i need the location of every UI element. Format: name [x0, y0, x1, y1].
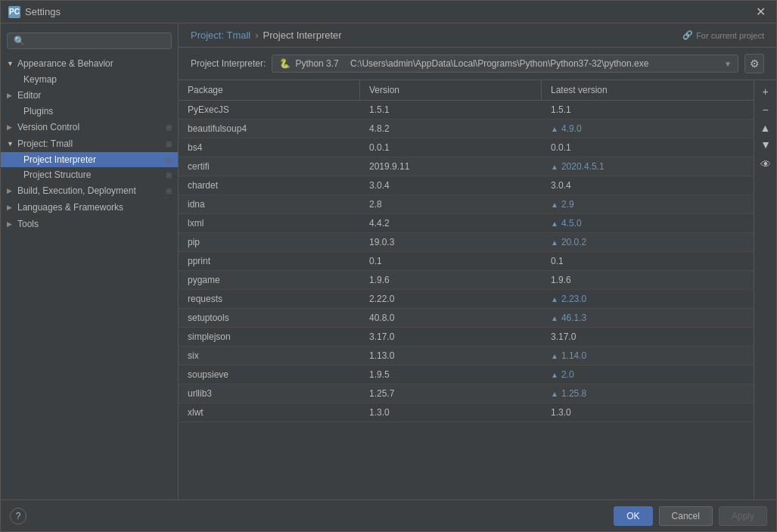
- arrow-icon: ▶: [7, 220, 14, 228]
- td-latest: ▲46.1.3: [542, 309, 754, 327]
- td-latest: 1.9.6: [542, 271, 754, 289]
- bottom-bar: ? OK Cancel Apply: [1, 499, 776, 531]
- upgrade-arrow-icon: ▲: [551, 390, 558, 398]
- td-version: 4.8.2: [360, 120, 542, 138]
- upgrade-arrow-icon: ▲: [551, 371, 558, 379]
- python-icon: 🐍: [278, 58, 291, 70]
- table-row[interactable]: simplejson3.17.03.17.0: [179, 328, 754, 347]
- table-row[interactable]: beautifulsoup44.8.2▲4.9.0: [179, 120, 754, 138]
- td-version: 0.0.1: [360, 138, 542, 157]
- sidebar-item-label: Tools: [17, 219, 39, 229]
- title-bar: PC Settings ✕: [1, 1, 776, 23]
- copy-icon: ⊞: [166, 140, 172, 148]
- col-package: Package: [179, 80, 360, 100]
- help-button[interactable]: ?: [10, 508, 26, 524]
- copy-icon: ⊞: [166, 156, 172, 164]
- bottom-actions: OK Cancel Apply: [614, 506, 767, 526]
- sidebar-item-version-control[interactable]: ▶ Version Control ⊞: [1, 119, 178, 135]
- window-title: Settings: [25, 6, 61, 17]
- for-project-badge: 🔗 For current project: [682, 30, 764, 40]
- table-row[interactable]: urllib31.25.7▲1.25.8: [179, 384, 754, 403]
- td-latest: ▲1.25.8: [542, 384, 754, 403]
- td-package: chardet: [179, 176, 360, 194]
- td-latest: 0.0.1: [542, 138, 754, 157]
- table-row[interactable]: certifi2019.9.11▲2020.4.5.1: [179, 157, 754, 176]
- sidebar-item-build-execution[interactable]: ▶ Build, Execution, Deployment ⊞: [1, 182, 178, 199]
- latest-version: 1.14.0: [561, 350, 586, 361]
- table-row[interactable]: PyExecJS1.5.11.5.1: [179, 101, 754, 120]
- table-row[interactable]: idna2.8▲2.9: [179, 195, 754, 214]
- sidebar-item-plugins[interactable]: Plugins: [1, 104, 178, 119]
- scroll-down-button[interactable]: ▲: [757, 138, 774, 154]
- sidebar-item-label: Project Interpreter: [23, 154, 96, 165]
- td-package: idna: [179, 195, 360, 213]
- sidebar-item-project-interpreter[interactable]: Project Interpreter ⊞: [1, 152, 178, 167]
- table-row[interactable]: pprint0.10.1: [179, 252, 754, 271]
- arrow-icon: ▶: [7, 187, 14, 194]
- table-row[interactable]: pip19.0.3▲20.0.2: [179, 233, 754, 252]
- sidebar-item-label: Editor: [17, 90, 41, 101]
- td-latest: ▲20.0.2: [542, 233, 754, 251]
- table-row[interactable]: six1.13.0▲1.14.0: [179, 347, 754, 366]
- td-package: requests: [179, 290, 360, 308]
- upgrade-arrow-icon: ▲: [551, 201, 558, 209]
- table-row[interactable]: requests2.22.0▲2.23.0: [179, 290, 754, 309]
- td-version: 2019.9.11: [360, 157, 542, 176]
- apply-button[interactable]: Apply: [719, 506, 767, 526]
- main-content: ▼ Appearance & Behavior Keymap ▶ Editor …: [1, 23, 776, 499]
- td-package: beautifulsoup4: [179, 120, 360, 138]
- table-row[interactable]: setuptools40.8.0▲46.1.3: [179, 309, 754, 328]
- ok-button[interactable]: OK: [614, 506, 652, 526]
- interpreter-path: C:\Users\admin\AppData\Local\Programs\Py…: [350, 58, 648, 69]
- app-icon: PC: [8, 6, 20, 18]
- sidebar-item-label: Plugins: [23, 106, 53, 117]
- table-row[interactable]: chardet3.0.43.0.4: [179, 176, 754, 195]
- eye-button[interactable]: 👁: [757, 156, 774, 173]
- td-latest: 3.0.4: [542, 176, 754, 194]
- td-package: urllib3: [179, 384, 360, 403]
- td-version: 0.1: [360, 252, 542, 270]
- sidebar-item-appearance[interactable]: ▼ Appearance & Behavior: [1, 55, 178, 72]
- sidebar-item-editor[interactable]: ▶ Editor: [1, 87, 178, 104]
- cancel-button[interactable]: Cancel: [659, 506, 713, 526]
- table-row[interactable]: soupsieve1.9.5▲2.0: [179, 366, 754, 384]
- table-row[interactable]: xlwt1.3.01.3.0: [179, 403, 754, 422]
- interpreter-gear-button[interactable]: ⚙: [744, 54, 764, 73]
- table-header: Package Version Latest version: [179, 80, 754, 101]
- sidebar-controls: + − ▲ ▲ 👁: [754, 80, 776, 499]
- sidebar-item-keymap[interactable]: Keymap: [1, 72, 178, 87]
- col-version: Version: [360, 80, 542, 100]
- td-version: 2.8: [360, 195, 542, 213]
- interpreter-row: Project Interpreter: 🐍 Python 3.7 C:\Use…: [179, 48, 776, 80]
- td-latest: ▲2.23.0: [542, 290, 754, 308]
- latest-version: 2020.4.5.1: [561, 161, 605, 172]
- interpreter-select[interactable]: 🐍 Python 3.7 C:\Users\admin\AppData\Loca…: [272, 54, 738, 73]
- td-package: pygame: [179, 271, 360, 289]
- td-latest: ▲2.0: [542, 366, 754, 384]
- breadcrumb: Project: Tmall › Project Interpreter 🔗 F…: [179, 23, 776, 48]
- breadcrumb-project[interactable]: Project: Tmall: [191, 30, 250, 41]
- td-version: 1.5.1: [360, 101, 542, 119]
- add-package-button[interactable]: +: [757, 83, 774, 100]
- sidebar-item-tools[interactable]: ▶ Tools: [1, 216, 178, 232]
- project-icon: 🔗: [682, 30, 693, 40]
- td-latest: ▲2020.4.5.1: [542, 157, 754, 176]
- scroll-up-button[interactable]: ▲: [757, 120, 774, 136]
- sidebar-item-languages-frameworks[interactable]: ▶ Languages & Frameworks: [1, 199, 178, 216]
- upgrade-arrow-icon: ▲: [551, 314, 558, 322]
- sidebar-item-label: Project: Tmall: [17, 138, 73, 149]
- table-row[interactable]: lxml4.4.2▲4.5.0: [179, 214, 754, 233]
- sidebar-item-project-structure[interactable]: Project Structure ⊞: [1, 167, 178, 182]
- search-input[interactable]: [7, 33, 172, 49]
- td-package: simplejson: [179, 328, 360, 346]
- arrow-icon: ▶: [7, 204, 14, 211]
- table-row[interactable]: pygame1.9.61.9.6: [179, 271, 754, 290]
- close-button[interactable]: ✕: [753, 5, 769, 20]
- upgrade-arrow-icon: ▲: [551, 238, 558, 247]
- sidebar-item-label: Project Structure: [23, 170, 91, 180]
- sidebar-item-label: Build, Execution, Deployment: [17, 185, 136, 196]
- upgrade-arrow-icon: ▲: [551, 163, 558, 171]
- sidebar-item-project-tmall[interactable]: ▼ Project: Tmall ⊞: [1, 135, 178, 152]
- remove-package-button[interactable]: −: [757, 101, 774, 118]
- table-row[interactable]: bs40.0.10.0.1: [179, 138, 754, 157]
